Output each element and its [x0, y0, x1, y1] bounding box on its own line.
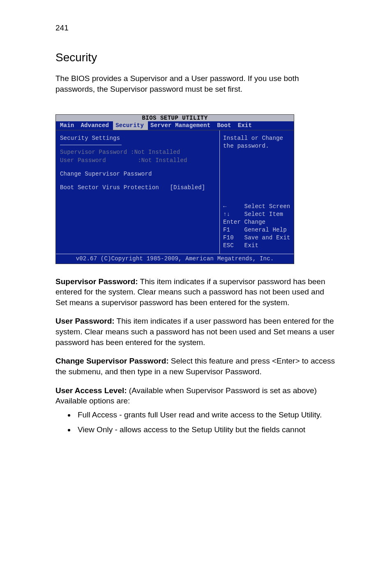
bios-tab-advanced[interactable]: Advanced — [78, 121, 113, 130]
option-view-only: View Only - allows access to the Setup U… — [75, 424, 337, 435]
boot-sector-value: [Disabled] — [170, 184, 205, 191]
change-supervisor-password[interactable]: Change Supervisor Password — [60, 170, 215, 178]
separator-line — [60, 145, 122, 145]
key-select-item: ↑↓ Select Item — [223, 211, 291, 218]
bios-screenshot: BIOS SETUP UTILITY Main Advanced Securit… — [55, 114, 294, 264]
bios-tab-boot[interactable]: Boot — [214, 121, 235, 130]
user-access-level-paragraph: User Access Level: (Available when Super… — [55, 385, 337, 406]
bios-footer: v02.67 (C)Copyright 1985-2009, American … — [56, 254, 294, 264]
bios-title: BIOS SETUP UTILITY — [56, 115, 294, 121]
section-heading: Security — [55, 50, 337, 65]
bios-left-panel: Security Settings Supervisor Password :N… — [56, 130, 220, 254]
bios-tab-exit[interactable]: Exit — [235, 121, 256, 130]
key-general-help: F1 General Help — [223, 226, 291, 234]
supervisor-password-bold: Supervisor Password: — [55, 277, 138, 286]
user-password-value: :Not Installed — [138, 157, 187, 164]
user-access-level-bold: User Access Level: — [55, 386, 127, 395]
user-password-paragraph: User Password: This item indicates if a … — [55, 316, 337, 348]
access-options-list: Full Access - grants full User read and … — [55, 410, 337, 435]
boot-sector-virus-protection[interactable]: Boot Sector Virus Protection [Disabled] — [60, 184, 215, 192]
supervisor-password-status: Supervisor Password :Not Installed — [60, 148, 215, 156]
page-number: 241 — [55, 23, 337, 33]
supervisor-password-paragraph: Supervisor Password: This item indicates… — [55, 276, 337, 308]
bios-tab-main[interactable]: Main — [58, 121, 78, 130]
user-password-label: User Password — [60, 157, 106, 164]
bios-help-text: Install or Change the password. — [223, 134, 291, 150]
security-settings-title: Security Settings — [60, 134, 215, 142]
key-change: Enter Change — [223, 218, 291, 226]
key-save-exit: F10 Save and Exit — [223, 234, 291, 242]
change-supervisor-paragraph: Change Supervisor Password: Select this … — [55, 356, 337, 377]
bios-tab-server-management[interactable]: Server Management — [148, 121, 214, 130]
key-select-screen: ← Select Screen — [223, 203, 291, 211]
bios-tabs: Main Advanced Security Server Management… — [56, 121, 294, 130]
key-exit: ESC Exit — [223, 242, 291, 250]
option-full-access: Full Access - grants full User read and … — [75, 410, 337, 420]
bios-tab-security[interactable]: Security — [113, 121, 148, 130]
bios-right-panel: Install or Change the password. ← Select… — [220, 130, 294, 254]
supervisor-password-label: Supervisor Password — [60, 149, 127, 155]
user-password-bold: User Password: — [55, 317, 115, 325]
bios-key-hints: ← Select Screen ↑↓ Select Item Enter Cha… — [223, 203, 291, 249]
change-supervisor-bold: Change Supervisor Password: — [55, 357, 169, 365]
intro-paragraph: The BIOS provides a Supervisor and a Use… — [55, 73, 337, 94]
boot-sector-label: Boot Sector Virus Protection — [60, 184, 159, 191]
user-password-status: User Password :Not Installed — [60, 157, 215, 164]
supervisor-password-value: :Not Installed — [131, 149, 180, 155]
